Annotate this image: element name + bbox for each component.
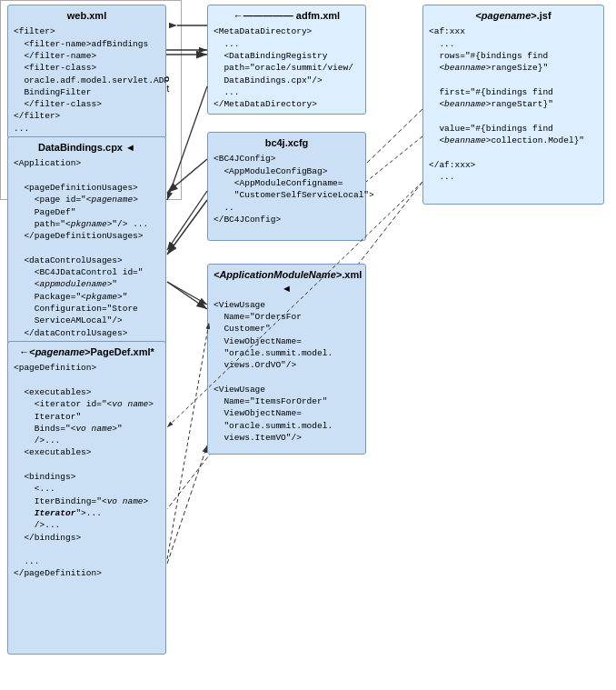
bc4j-xcfg-box: bc4j.xcfg <BC4JConfig> <AppModuleConfigB…	[207, 132, 366, 241]
svg-line-14	[167, 282, 207, 305]
pagename-pagedef-content: <pageDefinition> <executables> <iterator…	[14, 362, 160, 579]
web-xml-title: web.xml	[14, 9, 160, 23]
svg-line-16	[167, 323, 209, 559]
svg-line-3	[167, 200, 207, 255]
adfm-xml-content: <MetaDataDirectory> ... <DataBindingRegi…	[214, 25, 360, 110]
adfm-xml-box: ←————— adfm.xml <MetaDataDirectory> ... …	[207, 5, 366, 115]
pagename-jsf-content: <af:xxx ... rows="#{bindings find <beann…	[429, 25, 598, 183]
pagename-pagedef-box: ←<pagename>PageDef.xml* <pageDefinition>…	[7, 341, 166, 655]
pagename-jsf-box: <pagename>.jsf <af:xxx ... rows="#{bindi…	[422, 5, 604, 205]
pagename-jsf-title: <pagename>.jsf	[429, 9, 598, 23]
adfm-xml-title: ←————— adfm.xml	[214, 9, 360, 23]
databindings-cpx-title: DataBindings.cpx ◄	[14, 141, 160, 155]
svg-line-5	[366, 109, 422, 164]
appmodule-xml-title: <ApplicationModuleName>.xml ◄	[214, 268, 360, 296]
bc4j-xcfg-content: <BC4JConfig> <AppModuleConfigBag> <AppMo…	[214, 153, 360, 225]
svg-line-4	[167, 282, 207, 309]
pagename-pagedef-title: ←<pagename>PageDef.xml*	[14, 345, 160, 359]
appmodule-xml-box: <ApplicationModuleName>.xml ◄ <ViewUsage…	[207, 264, 366, 455]
appmodule-xml-content: <ViewUsage Name="OrdersFor Customer" Vie…	[214, 299, 360, 445]
bc4j-xcfg-title: bc4j.xcfg	[214, 136, 360, 150]
diagram-container: web.xml <filter> <filter-name>adfBinding…	[0, 0, 616, 690]
svg-line-6	[167, 445, 207, 564]
web-xml-content: <filter> <filter-name>adfBindings </filt…	[14, 25, 160, 135]
svg-line-15	[366, 136, 422, 182]
web-xml-box: web.xml <filter> <filter-name>adfBinding…	[7, 5, 166, 139]
